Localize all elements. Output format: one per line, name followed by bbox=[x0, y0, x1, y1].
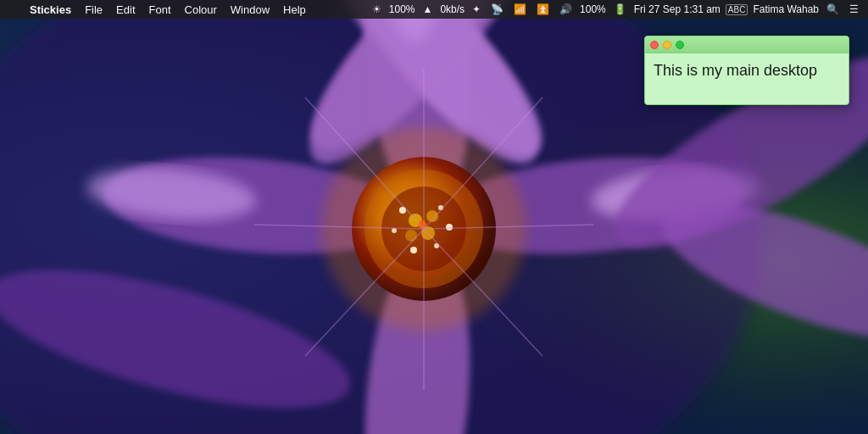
battery-percent: 100% bbox=[580, 3, 606, 15]
dict-icon[interactable]: ABC bbox=[726, 4, 748, 15]
network-upload-icon: ▲ bbox=[420, 3, 436, 15]
search-icon[interactable]: 🔍 bbox=[824, 3, 842, 15]
help-menu[interactable]: Help bbox=[277, 3, 312, 17]
sticky-note-content[interactable]: This is my main desktop bbox=[645, 53, 849, 104]
volume-icon[interactable]: 🔊 bbox=[557, 3, 575, 15]
window-menu[interactable]: Window bbox=[225, 3, 275, 17]
svg-point-32 bbox=[410, 247, 417, 253]
sticky-maximize-button[interactable] bbox=[676, 41, 684, 49]
network-speed: 0kb/s bbox=[440, 3, 465, 15]
sticky-close-button[interactable] bbox=[650, 41, 659, 49]
font-menu[interactable]: Font bbox=[143, 3, 177, 17]
colour-menu[interactable]: Colour bbox=[179, 3, 223, 17]
app-name-menu[interactable]: Stickies bbox=[24, 3, 77, 17]
username-display[interactable]: Fatima Wahab bbox=[753, 3, 819, 15]
menubar-left: Stickies File Edit Font Colour Window He… bbox=[7, 3, 370, 17]
airdrop-icon[interactable]: 📡 bbox=[488, 3, 506, 15]
svg-point-30 bbox=[446, 224, 453, 231]
menubar-right: ☀ 100% ▲ 0kb/s ✦ 📡 📶 ⏫ 🔊 100% 🔋 Fri 27 S… bbox=[370, 3, 861, 15]
menu-bar: Stickies File Edit Font Colour Window He… bbox=[0, 0, 868, 19]
battery-icon: 🔋 bbox=[611, 3, 629, 15]
sticky-minimize-button[interactable] bbox=[663, 41, 671, 49]
time-machine-icon[interactable]: ⏫ bbox=[534, 3, 552, 15]
apple-menu[interactable] bbox=[7, 8, 20, 10]
file-menu[interactable]: File bbox=[79, 3, 108, 17]
sticky-titlebar bbox=[645, 36, 849, 53]
edit-menu[interactable]: Edit bbox=[110, 3, 141, 17]
wifi-icon[interactable]: 📶 bbox=[511, 3, 529, 15]
bluetooth-icon[interactable]: ✦ bbox=[470, 3, 483, 15]
brightness-percent: 100% bbox=[389, 3, 415, 15]
svg-point-26 bbox=[405, 230, 417, 242]
datetime-display: Fri 27 Sep 1:31 am bbox=[634, 3, 721, 15]
sticky-note[interactable]: This is my main desktop bbox=[644, 36, 849, 105]
notification-icon[interactable]: ☰ bbox=[847, 3, 861, 15]
brightness-icon[interactable]: ☀ bbox=[370, 3, 384, 15]
